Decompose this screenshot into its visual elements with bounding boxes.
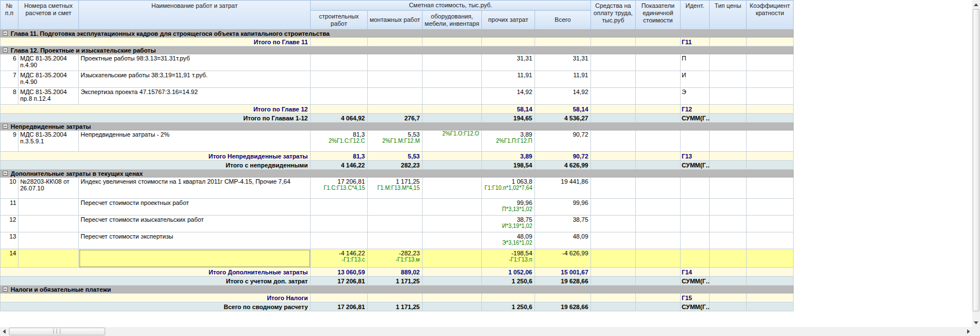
cell-mont[interactable] [368, 54, 423, 71]
cell-total[interactable]: 11,91 [535, 71, 591, 88]
cell-equip[interactable] [423, 232, 482, 249]
horizontal-scroll-thumb[interactable]: ||| [9, 328, 105, 335]
cell-equip[interactable] [423, 105, 482, 114]
selected-row[interactable]: 14-4 146,22-Г1:Г13.с-282,23-Г1:Г13.м-198… [1, 249, 794, 268]
cell-total[interactable]: 19 441,86 [535, 178, 591, 199]
cell-mont[interactable]: 5,53 [368, 152, 423, 161]
work-name[interactable]: Пересчет стоимости экспертизы [79, 232, 311, 249]
cell-mont[interactable] [368, 293, 423, 302]
cell-unit[interactable] [636, 216, 681, 232]
estimate-data-row[interactable]: 9МДС 81-35.2004 п.3.5.9.1Непредвиденные … [1, 130, 794, 152]
cell-total[interactable]: 4 626,99 [535, 161, 591, 170]
cell-coef[interactable] [747, 216, 794, 232]
chapter-header-cell[interactable]: −Непредвиденные затраты [1, 123, 794, 130]
total-label-cell[interactable]: Итого с учетом доп. затрат [1, 277, 311, 286]
cell-unit[interactable] [636, 277, 681, 286]
cell-price_type[interactable] [710, 130, 747, 152]
cell-build[interactable]: 81,32%Г1.С:Г12.С [311, 130, 368, 152]
col-header-ident[interactable]: Идент. [681, 1, 710, 30]
cell-other[interactable]: -198,54-Г1:Г13.п [482, 249, 535, 268]
cell-other[interactable]: 1 052,06 [482, 268, 535, 277]
cell-coef[interactable] [747, 38, 794, 46]
doc-reference[interactable]: МДС 81-35.2004 п.4.90 [18, 54, 79, 71]
doc-reference[interactable] [18, 199, 79, 216]
sum-row[interactable]: Итого с учетом доп. затрат17 206,811 171… [1, 277, 794, 286]
total-label-cell[interactable]: Итого по Главам 1-12 [1, 114, 311, 123]
cell-total[interactable]: 48,09 [535, 232, 591, 249]
cell-other[interactable]: 194,65 [482, 114, 535, 123]
scroll-up-button[interactable] [972, 0, 980, 9]
cell-price_type[interactable] [710, 152, 747, 161]
cell-labor[interactable] [591, 161, 636, 170]
cell-ident[interactable]: П [681, 54, 710, 71]
cell-ident[interactable] [681, 232, 710, 249]
cell-build[interactable] [311, 232, 368, 249]
cell-equip[interactable] [423, 38, 482, 46]
doc-reference[interactable] [18, 249, 79, 268]
cell-other[interactable]: 58,14 [482, 105, 535, 114]
cell-equip[interactable] [423, 268, 482, 277]
cell-mont[interactable]: 889,02 [368, 268, 423, 277]
cell-ident[interactable]: Э [681, 88, 710, 105]
cell-equip[interactable] [423, 178, 482, 199]
col-header-num[interactable]: № п.п [1, 1, 18, 30]
cell-coef[interactable] [747, 199, 794, 216]
cell-mont[interactable]: 282,23 [368, 161, 423, 170]
cell-labor[interactable] [591, 293, 636, 302]
collapse-icon[interactable]: − [3, 171, 8, 176]
cell-unit[interactable] [636, 199, 681, 216]
cell-labor[interactable] [591, 216, 636, 232]
total-label-cell[interactable]: Итого по Главе 11 [1, 38, 311, 46]
cell-mont[interactable] [368, 88, 423, 105]
cell-coef[interactable] [747, 54, 794, 71]
cell-coef[interactable] [747, 130, 794, 152]
cell-mont[interactable]: -282,23-Г1:Г13.м [368, 249, 423, 268]
cell-build[interactable] [311, 71, 368, 88]
cell-other[interactable]: 3,892%Г1.П:Г12.П [482, 130, 535, 152]
cell-build[interactable]: 81,3 [311, 152, 368, 161]
chapter-group-row[interactable]: −Глава 12. Проектные и изыскательские ра… [1, 46, 794, 54]
cell-ident[interactable] [681, 130, 710, 152]
cell-build[interactable]: 4 146,22 [311, 161, 368, 170]
cell-total[interactable]: 99,96 [535, 199, 591, 216]
col-header-mont[interactable]: монтажных работ [368, 11, 423, 30]
cell-equip[interactable] [423, 199, 482, 216]
subtotal-row[interactable]: Итого Непредвиденные затраты81,35,533,89… [1, 152, 794, 161]
cell-ident[interactable]: И [681, 71, 710, 88]
cell-labor[interactable] [591, 249, 636, 268]
row-number[interactable]: 7 [1, 71, 18, 88]
cell-unit[interactable] [636, 178, 681, 199]
cell-unit[interactable] [636, 130, 681, 152]
cell-labor[interactable] [591, 232, 636, 249]
col-header-labor[interactable]: Средства на оплату труда, тыс.руб [591, 1, 636, 30]
cell-build[interactable]: 17 206,81 [311, 302, 368, 311]
total-label-cell[interactable]: Итого с непредвиденными [1, 161, 311, 170]
cell-mont[interactable]: 1 171,25Г1.М:Г13.М*4,15 [368, 178, 423, 199]
cell-price_type[interactable] [710, 71, 747, 88]
cell-coef[interactable] [747, 277, 794, 286]
chapter-header-cell[interactable]: −Дополнительные затраты в текущих ценах [1, 170, 794, 178]
cell-ident[interactable] [681, 216, 710, 232]
cell-price_type[interactable] [710, 105, 747, 114]
estimate-data-row[interactable]: 8МДС 81-35.2004 пр.8 п.12.4Экспертиза пр… [1, 88, 794, 105]
col-header-other[interactable]: прочих затрат [482, 11, 535, 30]
cell-ident[interactable]: Г13 [681, 152, 710, 161]
cell-coef[interactable] [747, 178, 794, 199]
cell-ident[interactable] [681, 199, 710, 216]
cell-labor[interactable] [591, 71, 636, 88]
cell-labor[interactable] [591, 38, 636, 46]
cell-total[interactable]: 38,75 [535, 216, 591, 232]
row-number[interactable]: 13 [1, 232, 18, 249]
cell-coef[interactable] [747, 114, 794, 123]
estimate-data-row[interactable]: 10№28203-КК\08 от 26.07.10Индекс увеличе… [1, 178, 794, 199]
cell-unit[interactable] [636, 105, 681, 114]
cell-labor[interactable] [591, 302, 636, 311]
doc-reference[interactable]: МДС 81-35.2004 пр.8 п.12.4 [18, 88, 79, 105]
cell-unit[interactable] [636, 302, 681, 311]
cell-mont[interactable] [368, 105, 423, 114]
cell-other[interactable]: 3,89 [482, 152, 535, 161]
estimate-data-row[interactable]: 12Пересчет стоимости изыскательских рабо… [1, 216, 794, 232]
row-number[interactable]: 14 [1, 249, 18, 268]
cell-equip[interactable] [423, 152, 482, 161]
cell-unit[interactable] [636, 88, 681, 105]
